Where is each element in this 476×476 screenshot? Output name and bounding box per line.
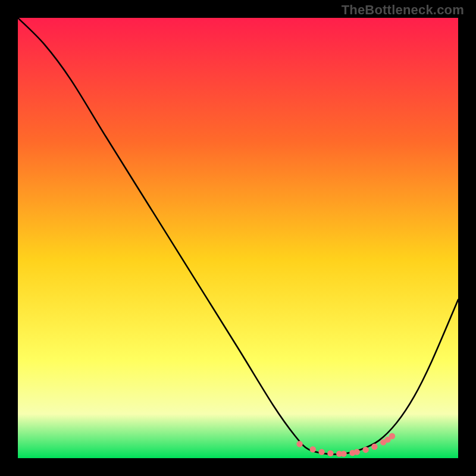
optimum-dot (327, 450, 333, 456)
optimum-dot (318, 449, 324, 455)
optimum-dot (362, 447, 368, 453)
watermark-text: TheBottleneck.com (342, 2, 464, 18)
optimum-dot (371, 444, 377, 450)
optimum-dot (354, 449, 360, 455)
optimum-dot (389, 433, 395, 439)
gradient-background (18, 18, 458, 458)
optimum-dot (296, 441, 302, 447)
chart-frame: TheBottleneck.com (0, 0, 476, 476)
optimum-dot (340, 450, 346, 456)
optimum-dot (310, 446, 316, 452)
plot-area (18, 18, 458, 458)
bottleneck-chart (18, 18, 458, 458)
